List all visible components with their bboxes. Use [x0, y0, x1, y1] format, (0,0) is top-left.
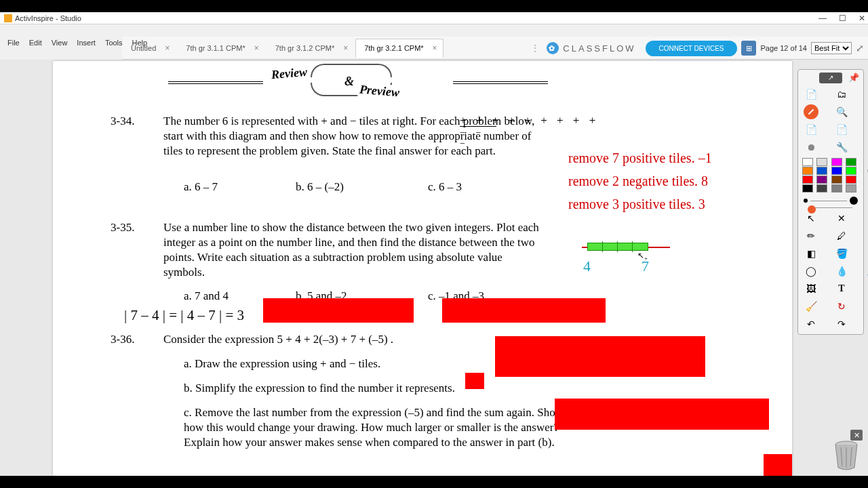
highlighter-tool-icon[interactable]: 🖊 — [832, 228, 851, 243]
minimize-button[interactable]: — — [818, 14, 827, 23]
side-tool-icon[interactable]: 📄 — [865, 144, 868, 159]
q34-b: b. 6 – (–2) — [296, 180, 344, 195]
app-title: ActivInspire - Studio — [15, 14, 81, 22]
pen-width-slider[interactable] — [804, 207, 858, 208]
color-swatch[interactable] — [846, 167, 856, 175]
color-swatch[interactable] — [816, 158, 827, 166]
side-tool-icon[interactable]: 📋 — [865, 123, 868, 138]
answer-35a-equation: | 7 – 4 | = | 4 – 7 | = 3 — [124, 307, 244, 324]
menu-help[interactable]: Help — [127, 39, 153, 47]
pencil-tool-icon[interactable]: ✏ — [802, 228, 821, 243]
color-swatch[interactable] — [816, 167, 827, 175]
side-tool-icon[interactable]: T — [865, 312, 868, 327]
fill-tool-icon[interactable]: 🪣 — [832, 246, 851, 261]
reset-tool-icon[interactable]: ↻ — [832, 299, 851, 314]
color-swatch[interactable] — [816, 184, 827, 192]
menu-edit[interactable]: Edit — [24, 39, 47, 47]
tab-close-icon[interactable]: × — [165, 43, 170, 53]
config-tool-icon[interactable]: ✕ — [832, 211, 851, 226]
color-swatch[interactable] — [831, 176, 842, 184]
menu-view[interactable]: View — [47, 39, 73, 47]
color-swatch[interactable] — [802, 184, 813, 192]
color-swatch[interactable] — [846, 176, 856, 184]
browse-tool-icon[interactable]: 🗂 — [832, 87, 851, 102]
side-tool-icon[interactable]: 📄 — [865, 249, 868, 264]
flipchart-page[interactable]: Review & Preview 3-34. The number 6 is r… — [53, 61, 792, 476]
review-preview-header: Review & Preview — [168, 65, 548, 99]
color-swatch[interactable] — [846, 158, 856, 166]
color-palette — [800, 157, 862, 194]
page-tool-icon[interactable]: 📄 — [802, 87, 821, 102]
menu-file[interactable]: File — [3, 39, 24, 47]
trash-close-icon[interactable]: ✕ — [850, 430, 863, 441]
tab-321[interactable]: 7th gr 3.2.1 CPM*× — [355, 39, 443, 58]
settings-tool-icon[interactable]: 🔧 — [832, 140, 851, 155]
toolbox-pin-icon[interactable]: 📌 — [848, 73, 859, 83]
menu-tools[interactable]: Tools — [100, 39, 127, 47]
menu-dots-icon[interactable]: ⋮ — [530, 43, 540, 54]
answer-34a: remove 7 positive tiles. –1 — [568, 150, 712, 166]
color-swatch[interactable] — [802, 167, 813, 175]
size-slider[interactable] — [804, 197, 858, 205]
shape-tool-icon[interactable]: ◯ — [802, 264, 821, 279]
side-tools: 📋📄🔍📋⊞⊞📄🔧AT⊡↺📋 — [865, 123, 868, 390]
eraser-tool-icon[interactable]: ◧ — [802, 246, 821, 261]
side-tool-icon[interactable]: ⊡ — [865, 333, 868, 348]
side-tool-icon[interactable]: ↺ — [865, 354, 868, 369]
next-page-icon[interactable]: 📄 — [832, 122, 851, 137]
grid-button[interactable]: ⊞ — [741, 41, 756, 56]
dropper-tool-icon[interactable]: 💧 — [832, 264, 851, 279]
redo-tool-icon[interactable]: ↷ — [832, 317, 851, 331]
pen-tool-icon[interactable] — [802, 104, 821, 119]
clear-tool-icon[interactable]: 🧹 — [802, 299, 821, 314]
color-swatch[interactable] — [802, 158, 813, 166]
color-swatch[interactable] — [831, 158, 842, 166]
red-cover-box[interactable] — [442, 298, 606, 323]
page-indicator: Page 12 of 14 — [760, 44, 807, 52]
close-button[interactable]: ✕ — [859, 14, 865, 23]
canvas-area[interactable]: Review & Preview 3-34. The number 6 is r… — [0, 60, 868, 476]
side-tool-icon[interactable]: ⊞ — [865, 228, 868, 243]
zoom-tool-icon[interactable]: 🔍 — [832, 104, 851, 119]
question-number: 3-34. — [111, 114, 134, 129]
side-tool-icon[interactable]: ⊞ — [865, 207, 868, 222]
side-tool-icon[interactable]: 🔍 — [865, 165, 868, 180]
color-swatch[interactable] — [831, 167, 842, 175]
tab-close-icon[interactable]: × — [433, 43, 437, 53]
color-swatch[interactable] — [802, 176, 813, 184]
undo-tool-icon[interactable]: ↶ — [802, 317, 821, 331]
side-tool-icon[interactable]: 🔧 — [865, 270, 868, 285]
share-button[interactable]: ↗ — [819, 73, 842, 83]
toolbox: ↗📌 📄 🗂 🔍 📄 📄 ⏺ 🔧 ↖ ✕ ✏ 🖊 ◧ 🪣 — [797, 69, 864, 335]
tab-311[interactable]: 7th gr 3.1.1 CPM*× — [177, 39, 264, 58]
side-tool-icon[interactable]: A — [865, 291, 868, 306]
expand-icon[interactable]: ⤢ — [856, 43, 864, 54]
tab-close-icon[interactable]: × — [254, 43, 259, 53]
text-tool-icon[interactable]: T — [832, 281, 851, 296]
answer-34b: remove 2 negative tiles. 8 — [568, 174, 708, 189]
zoom-select[interactable]: Best Fit — [811, 42, 852, 54]
red-cover-box[interactable] — [465, 373, 484, 389]
app-icon — [4, 14, 12, 22]
red-cover-box[interactable] — [555, 399, 769, 430]
prev-page-icon[interactable]: 📄 — [802, 122, 821, 137]
tab-312[interactable]: 7th gr 3.1.2 CPM*× — [267, 39, 354, 58]
menu-insert[interactable]: Insert — [72, 39, 100, 47]
record-tool-icon[interactable]: ⏺ — [802, 140, 821, 155]
color-swatch[interactable] — [846, 184, 856, 192]
red-cover-box[interactable] — [764, 454, 792, 476]
red-cover-box[interactable] — [263, 298, 414, 323]
color-swatch[interactable] — [816, 176, 827, 184]
color-swatch[interactable] — [831, 184, 842, 192]
side-tool-icon[interactable]: 📋 — [865, 186, 868, 201]
app-window: File Edit View Insert Tools Help Untitle… — [0, 12, 868, 476]
tab-close-icon[interactable]: × — [343, 43, 348, 53]
side-tool-icon[interactable]: 📋 — [865, 375, 868, 390]
image-tool-icon[interactable]: 🖼 — [802, 281, 821, 296]
connect-devices-button[interactable]: CONNECT DEVICES — [646, 41, 738, 56]
tabbar: Untitled× 7th gr 3.1.1 CPM*× 7th gr 3.1.… — [122, 37, 868, 60]
maximize-button[interactable]: ☐ — [839, 14, 846, 23]
trash-bin[interactable]: ✕ — [833, 441, 861, 473]
menubar: File Edit View Insert Tools Help — [0, 37, 122, 49]
red-cover-box[interactable] — [495, 336, 705, 377]
